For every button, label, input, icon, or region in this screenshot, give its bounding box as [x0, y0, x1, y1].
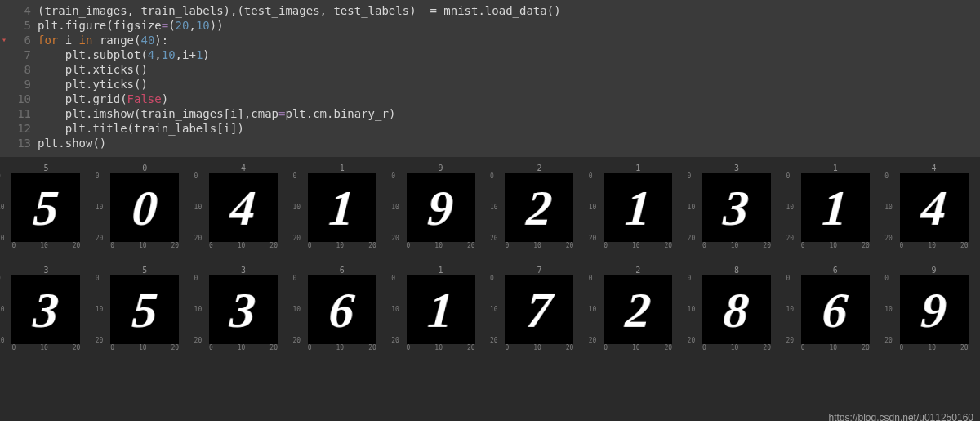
- x-ticks: 01020: [505, 242, 573, 249]
- code-text[interactable]: plt.title(train_labels[i]): [38, 121, 244, 136]
- image-axes: 010203: [5, 275, 87, 344]
- y-ticks: 01020: [688, 275, 696, 344]
- mnist-subplot: 001020001020: [104, 163, 186, 249]
- code-line[interactable]: 12 plt.title(train_labels[i]): [0, 121, 980, 136]
- mnist-image: 7: [505, 275, 573, 344]
- fold-marker: [0, 62, 7, 77]
- subplot-title: 1: [399, 266, 482, 275]
- mnist-grid: 5010205010200010200010204010204010201010…: [0, 157, 980, 352]
- mnist-image: 1: [801, 173, 870, 242]
- image-axes: 010204: [893, 173, 975, 242]
- y-ticks: 01020: [194, 173, 203, 242]
- subplot-title: 6: [301, 266, 383, 275]
- code-text[interactable]: plt.imshow(train_images[i],cmap=plt.cm.b…: [38, 106, 395, 121]
- image-axes: 010202: [597, 275, 679, 344]
- digit-glyph: 9: [920, 284, 948, 335]
- digit-glyph: 1: [821, 182, 849, 233]
- code-line[interactable]: 4(train_images, train_labels),(test_imag…: [0, 3, 980, 18]
- code-editor[interactable]: 4(train_images, train_labels),(test_imag…: [0, 0, 980, 157]
- mnist-image: 6: [801, 275, 870, 344]
- fold-marker: [0, 106, 7, 121]
- code-text[interactable]: (train_images, train_labels),(test_image…: [38, 3, 561, 18]
- mnist-image: 2: [604, 275, 672, 344]
- mnist-image: 1: [604, 173, 672, 242]
- code-text[interactable]: plt.show(): [38, 136, 106, 150]
- y-ticks: 01020: [490, 173, 498, 242]
- code-line[interactable]: 9 plt.yticks(): [0, 77, 980, 92]
- y-ticks: 01020: [292, 275, 301, 344]
- line-number: 11: [7, 106, 38, 121]
- line-number: 9: [7, 77, 38, 92]
- mnist-subplot: 901020901020: [893, 266, 975, 352]
- x-ticks: 01020: [702, 344, 771, 352]
- code-line[interactable]: 7 plt.subplot(4,10,i+1): [0, 47, 980, 62]
- mnist-subplot: 401020401020: [203, 163, 285, 249]
- digit-glyph: 0: [131, 182, 159, 233]
- y-ticks: 01020: [786, 173, 794, 242]
- code-line[interactable]: 8 plt.xticks(): [0, 62, 980, 77]
- code-text[interactable]: plt.figure(figsize=(20,10)): [38, 18, 224, 33]
- mnist-subplot: 101020101020: [301, 163, 383, 249]
- image-axes: 010203: [696, 173, 778, 242]
- subplot-title: 3: [203, 266, 285, 275]
- code-line[interactable]: ▾6for i in range(40):: [0, 33, 980, 47]
- fold-marker[interactable]: ▾: [0, 33, 7, 47]
- mnist-image: 4: [209, 173, 278, 242]
- x-ticks: 01020: [505, 344, 573, 352]
- subplot-title: 7: [498, 266, 581, 275]
- x-ticks: 01020: [604, 242, 672, 249]
- x-ticks: 01020: [604, 344, 672, 352]
- subplot-title: 8: [696, 266, 778, 275]
- digit-glyph: 5: [131, 284, 159, 335]
- y-ticks: 01020: [96, 275, 104, 344]
- image-axes: 010205: [104, 275, 186, 344]
- line-number: 5: [7, 18, 38, 33]
- subplot-title: 2: [498, 163, 581, 173]
- subplot-title: 4: [893, 163, 975, 173]
- line-number: 4: [7, 3, 38, 18]
- line-number: 13: [7, 136, 38, 150]
- mnist-subplot: 201020201020: [498, 163, 581, 249]
- mnist-image: 8: [702, 275, 771, 344]
- code-text[interactable]: plt.subplot(4,10,i+1): [38, 47, 210, 62]
- x-ticks: 01020: [801, 242, 870, 249]
- image-axes: 010201: [597, 173, 679, 242]
- digit-glyph: 9: [426, 182, 455, 233]
- mnist-subplot: 501020501020: [104, 266, 186, 352]
- code-line[interactable]: 5plt.figure(figsize=(20,10)): [0, 18, 980, 33]
- subplot-title: 5: [5, 163, 87, 173]
- subplot-title: 1: [794, 163, 876, 173]
- x-ticks: 01020: [407, 344, 475, 352]
- line-number: 10: [7, 92, 38, 106]
- x-ticks: 01020: [900, 242, 969, 249]
- mnist-image: 0: [110, 173, 179, 242]
- x-ticks: 01020: [702, 242, 771, 249]
- digit-glyph: 1: [624, 182, 653, 233]
- mnist-subplot: 801020801020: [696, 266, 778, 352]
- code-line[interactable]: 11 plt.imshow(train_images[i],cmap=plt.c…: [0, 106, 980, 121]
- y-ticks: 01020: [589, 275, 597, 344]
- digit-glyph: 8: [722, 284, 751, 335]
- mnist-image: 3: [702, 173, 771, 242]
- code-text[interactable]: for i in range(40):: [38, 33, 168, 47]
- mnist-image: 5: [110, 275, 179, 344]
- digit-glyph: 1: [426, 284, 455, 335]
- subplot-title: 9: [399, 163, 482, 173]
- line-number: 6: [7, 33, 38, 47]
- mnist-image: 9: [407, 173, 475, 242]
- code-line[interactable]: 13plt.show(): [0, 136, 980, 150]
- subplot-title: 6: [794, 266, 876, 275]
- code-text[interactable]: plt.yticks(): [38, 77, 148, 92]
- code-line[interactable]: 10 plt.grid(False): [0, 92, 980, 106]
- code-text[interactable]: plt.xticks(): [38, 62, 148, 77]
- mnist-image: 6: [308, 275, 376, 344]
- image-axes: 010204: [203, 173, 285, 242]
- subplot-title: 1: [597, 163, 679, 173]
- y-ticks: 01020: [391, 275, 399, 344]
- y-ticks: 01020: [884, 173, 893, 242]
- code-text[interactable]: plt.grid(False): [38, 92, 168, 106]
- x-ticks: 01020: [308, 344, 376, 352]
- x-ticks: 01020: [900, 344, 969, 352]
- x-ticks: 01020: [801, 344, 870, 352]
- mnist-image: 5: [11, 173, 80, 242]
